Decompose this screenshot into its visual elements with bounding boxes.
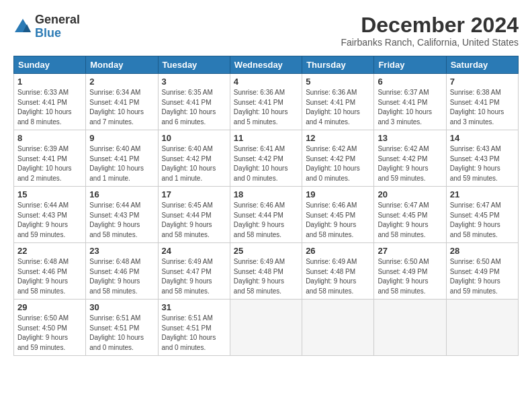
calendar-day-cell: 17Sunrise: 6:45 AM Sunset: 4:44 PM Dayli… [158,187,230,243]
calendar-week-1: 1Sunrise: 6:33 AM Sunset: 4:41 PM Daylig… [14,74,519,130]
calendar-week-4: 22Sunrise: 6:48 AM Sunset: 4:46 PM Dayli… [14,243,519,300]
calendar-day-cell: 15Sunrise: 6:44 AM Sunset: 4:43 PM Dayli… [14,187,86,243]
calendar-day-cell: 22Sunrise: 6:48 AM Sunset: 4:46 PM Dayli… [14,243,86,300]
day-info: Sunrise: 6:47 AM Sunset: 4:45 PM Dayligh… [450,201,515,240]
day-info: Sunrise: 6:50 AM Sunset: 4:49 PM Dayligh… [378,257,442,296]
location-text: Fairbanks Ranch, California, United Stat… [341,37,519,48]
day-number: 12 [306,133,370,143]
calendar-day-cell: 19Sunrise: 6:46 AM Sunset: 4:45 PM Dayli… [302,187,374,243]
title-area: December 2024 Fairbanks Ranch, Californi… [341,13,519,48]
day-number: 2 [89,77,154,87]
calendar-day-cell: 21Sunrise: 6:47 AM Sunset: 4:45 PM Dayli… [446,187,518,243]
day-info: Sunrise: 6:40 AM Sunset: 4:41 PM Dayligh… [89,144,154,183]
day-number: 20 [378,189,442,199]
day-number: 11 [234,133,298,143]
calendar-day-cell: 10Sunrise: 6:40 AM Sunset: 4:42 PM Dayli… [158,130,230,187]
logo-general-text: General [35,13,80,27]
day-number: 22 [17,246,82,256]
calendar-day-cell: 3Sunrise: 6:35 AM Sunset: 4:41 PM Daylig… [158,74,230,130]
day-number: 25 [234,246,298,256]
day-number: 31 [162,302,226,312]
day-number: 6 [378,77,442,87]
logo: General Blue [13,13,80,40]
col-tuesday: Tuesday [158,56,230,74]
day-number: 30 [89,302,154,312]
calendar-day-cell: 20Sunrise: 6:47 AM Sunset: 4:45 PM Dayli… [374,187,446,243]
day-info: Sunrise: 6:42 AM Sunset: 4:42 PM Dayligh… [306,144,370,183]
calendar-week-5: 29Sunrise: 6:50 AM Sunset: 4:50 PM Dayli… [14,300,519,356]
day-info: Sunrise: 6:44 AM Sunset: 4:43 PM Dayligh… [17,201,82,240]
day-number: 13 [378,133,442,143]
day-info: Sunrise: 6:37 AM Sunset: 4:41 PM Dayligh… [378,88,442,127]
calendar-week-2: 8Sunrise: 6:39 AM Sunset: 4:41 PM Daylig… [14,130,519,187]
day-number: 18 [234,189,298,199]
day-number: 29 [17,302,82,312]
day-number: 1 [17,77,82,87]
day-info: Sunrise: 6:40 AM Sunset: 4:42 PM Dayligh… [162,144,226,183]
day-number: 14 [450,133,515,143]
calendar-day-cell: 27Sunrise: 6:50 AM Sunset: 4:49 PM Dayli… [374,243,446,300]
day-info: Sunrise: 6:48 AM Sunset: 4:46 PM Dayligh… [89,257,154,296]
calendar-day-cell: 5Sunrise: 6:36 AM Sunset: 4:41 PM Daylig… [302,74,374,130]
day-info: Sunrise: 6:50 AM Sunset: 4:49 PM Dayligh… [450,257,515,296]
calendar-day-cell: 11Sunrise: 6:41 AM Sunset: 4:42 PM Dayli… [230,130,302,187]
day-info: Sunrise: 6:44 AM Sunset: 4:43 PM Dayligh… [89,201,154,240]
calendar-day-cell [446,300,518,356]
day-number: 8 [17,133,82,143]
calendar-day-cell: 29Sunrise: 6:50 AM Sunset: 4:50 PM Dayli… [14,300,86,356]
day-number: 27 [378,246,442,256]
day-info: Sunrise: 6:51 AM Sunset: 4:51 PM Dayligh… [89,314,154,353]
calendar-page: General Blue December 2024 Fairbanks Ran… [0,0,532,411]
calendar-day-cell: 9Sunrise: 6:40 AM Sunset: 4:41 PM Daylig… [86,130,158,187]
calendar-day-cell: 26Sunrise: 6:49 AM Sunset: 4:48 PM Dayli… [302,243,374,300]
day-number: 4 [234,77,298,87]
day-info: Sunrise: 6:39 AM Sunset: 4:41 PM Dayligh… [17,144,82,183]
day-info: Sunrise: 6:46 AM Sunset: 4:44 PM Dayligh… [234,201,298,240]
day-number: 16 [89,189,154,199]
day-info: Sunrise: 6:42 AM Sunset: 4:42 PM Dayligh… [378,144,442,183]
col-wednesday: Wednesday [230,56,302,74]
day-info: Sunrise: 6:38 AM Sunset: 4:41 PM Dayligh… [450,88,515,127]
day-info: Sunrise: 6:36 AM Sunset: 4:41 PM Dayligh… [306,88,370,127]
calendar-day-cell [374,300,446,356]
logo-text: General Blue [35,13,80,40]
col-sunday: Sunday [14,56,86,74]
day-number: 19 [306,189,370,199]
calendar-day-cell [302,300,374,356]
day-info: Sunrise: 6:34 AM Sunset: 4:41 PM Dayligh… [89,88,154,127]
header: General Blue December 2024 Fairbanks Ran… [13,13,519,48]
calendar-day-cell: 7Sunrise: 6:38 AM Sunset: 4:41 PM Daylig… [446,74,518,130]
day-info: Sunrise: 6:49 AM Sunset: 4:48 PM Dayligh… [234,257,298,296]
calendar-day-cell: 24Sunrise: 6:49 AM Sunset: 4:47 PM Dayli… [158,243,230,300]
day-info: Sunrise: 6:43 AM Sunset: 4:43 PM Dayligh… [450,144,515,183]
day-number: 3 [162,77,226,87]
col-thursday: Thursday [302,56,374,74]
day-number: 10 [162,133,226,143]
day-info: Sunrise: 6:36 AM Sunset: 4:41 PM Dayligh… [234,88,298,127]
day-info: Sunrise: 6:33 AM Sunset: 4:41 PM Dayligh… [17,88,82,127]
calendar-day-cell: 23Sunrise: 6:48 AM Sunset: 4:46 PM Dayli… [86,243,158,300]
day-number: 26 [306,246,370,256]
calendar-day-cell: 28Sunrise: 6:50 AM Sunset: 4:49 PM Dayli… [446,243,518,300]
day-number: 28 [450,246,515,256]
calendar-day-cell: 12Sunrise: 6:42 AM Sunset: 4:42 PM Dayli… [302,130,374,187]
calendar-day-cell: 30Sunrise: 6:51 AM Sunset: 4:51 PM Dayli… [86,300,158,356]
calendar-day-cell: 31Sunrise: 6:51 AM Sunset: 4:51 PM Dayli… [158,300,230,356]
day-info: Sunrise: 6:49 AM Sunset: 4:48 PM Dayligh… [306,257,370,296]
col-friday: Friday [374,56,446,74]
calendar-day-cell: 1Sunrise: 6:33 AM Sunset: 4:41 PM Daylig… [14,74,86,130]
calendar-day-cell: 13Sunrise: 6:42 AM Sunset: 4:42 PM Dayli… [374,130,446,187]
day-info: Sunrise: 6:51 AM Sunset: 4:51 PM Dayligh… [162,314,226,353]
day-info: Sunrise: 6:47 AM Sunset: 4:45 PM Dayligh… [378,201,442,240]
day-number: 5 [306,77,370,87]
day-number: 15 [17,189,82,199]
day-info: Sunrise: 6:35 AM Sunset: 4:41 PM Dayligh… [162,88,226,127]
col-saturday: Saturday [446,56,518,74]
logo-icon [13,17,32,36]
day-info: Sunrise: 6:49 AM Sunset: 4:47 PM Dayligh… [162,257,226,296]
day-number: 23 [89,246,154,256]
month-title: December 2024 [341,13,519,37]
day-info: Sunrise: 6:48 AM Sunset: 4:46 PM Dayligh… [17,257,82,296]
calendar-day-cell [230,300,302,356]
day-number: 17 [162,189,226,199]
